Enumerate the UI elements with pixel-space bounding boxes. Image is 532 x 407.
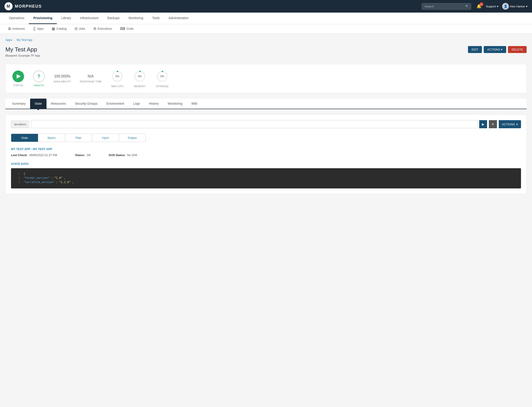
storage-donut: 0%	[156, 70, 169, 83]
health-label: HEALTH	[34, 84, 44, 87]
app-blueprint: Blueprint: Example TF App	[5, 54, 40, 57]
state-tab-content: terraform ▶ ✕ ACTIONS ▾ State Specs Plan…	[5, 115, 527, 194]
status: Status: OK	[75, 153, 91, 157]
code-line-3: 3 "terraform_version" : "1.2.8" ,	[15, 180, 517, 185]
line-num-2: 2	[15, 176, 20, 180]
terraform-input[interactable]	[31, 120, 477, 128]
tab-resources[interactable]: Resources	[47, 99, 70, 109]
search-icon: 🔍	[465, 5, 469, 8]
subnav-instances[interactable]: ⊞ Instances	[5, 24, 29, 33]
app-info: My Test App Blueprint: Example TF App	[5, 46, 40, 57]
availability-value: 100.000%	[54, 74, 70, 78]
nav-actions: 🔔 1 Support ▾ 👤 Alex Harker ▾	[476, 3, 527, 10]
storage-label: STORAGE	[156, 85, 169, 88]
state-sub-tabs: State Specs Plan Input Output	[11, 134, 146, 142]
nav-item-monitoring[interactable]: Monitoring	[124, 13, 148, 24]
terraform-clear-button[interactable]: ✕	[489, 120, 497, 128]
notifications-button[interactable]: 🔔 1	[476, 3, 482, 10]
sub-nav: ⊞ Instances ⣿ Apps ▦ Catalog ⊟ Jobs ⚙ Ex…	[0, 24, 532, 34]
delete-button[interactable]: DELETE	[508, 46, 527, 53]
page-title: My Test App	[5, 46, 40, 53]
app-header: My Test App Blueprint: Example TF App ED…	[5, 46, 527, 57]
breadcrumb-separator: ›	[14, 38, 15, 42]
nav-item-tools[interactable]: Tools	[148, 13, 164, 24]
tabs-bar: Summary State Resources Security Groups …	[5, 99, 527, 109]
avatar: 👤	[502, 3, 509, 10]
sub-tab-input[interactable]: Input	[92, 134, 119, 142]
nav-item-backups[interactable]: Backups	[103, 13, 124, 24]
search-bar: 🔍	[422, 3, 471, 10]
tab-wiki[interactable]: Wiki	[187, 99, 202, 109]
drift-status: Drift Status: No Drift	[109, 153, 137, 157]
memory-label: MEMORY	[134, 85, 146, 88]
nav-item-infrastructure[interactable]: Infrastructure	[76, 13, 103, 24]
app-name: MORPHEUS	[15, 4, 42, 9]
catalog-icon: ▦	[52, 26, 55, 31]
nav-item-operations[interactable]: Operations	[5, 13, 29, 24]
terraform-play-button[interactable]: ▶	[479, 120, 487, 128]
availability-label: AVAILABILITY	[54, 80, 71, 83]
tab-monitoring[interactable]: Monitoring	[163, 99, 187, 109]
instances-icon: ⊞	[8, 26, 11, 31]
tab-summary[interactable]: Summary	[8, 99, 30, 109]
jobs-icon: ⊟	[75, 26, 78, 31]
main-nav: Operations Provisioning Library Infrastr…	[0, 13, 532, 24]
state-data-title: STATE DATA	[11, 162, 521, 165]
tab-history[interactable]: History	[144, 99, 163, 109]
response-time-value: N/A	[88, 74, 94, 78]
search-input[interactable]	[422, 3, 471, 10]
notification-badge: 1	[480, 2, 483, 6]
logo: M MORPHEUS	[5, 2, 42, 10]
code-line-2: 2 "format_version" : "1.0" ,	[15, 176, 517, 180]
line-num-3: 3	[15, 180, 20, 185]
tab-environment[interactable]: Environment	[102, 99, 129, 109]
tab-state[interactable]: State	[30, 99, 47, 109]
terraform-label: terraform	[11, 121, 29, 128]
top-nav: M MORPHEUS 🔍 🔔 1 Support ▾ 👤 Alex Harker…	[0, 0, 532, 13]
line-num-1: 1	[15, 172, 20, 176]
response-time-metric: N/A RESPONSE TIME	[80, 74, 102, 83]
code-line-1: 1 {	[15, 172, 517, 176]
availability-metric: 100.000% AVAILABILITY	[54, 74, 71, 83]
subnav-code[interactable]: ⌨ Code	[116, 24, 137, 33]
user-menu-button[interactable]: 👤 Alex Harker ▾	[502, 3, 527, 10]
tab-security-groups[interactable]: Security Groups	[70, 99, 102, 109]
metrics-row: STATUS ? HEALTH 100.000% AVAILABILITY N/…	[5, 64, 527, 93]
nav-item-provisioning[interactable]: Provisioning	[29, 13, 57, 24]
sub-tab-specs[interactable]: Specs	[38, 134, 65, 142]
code-block: 1 { 2 "format_version" : "1.0" , 3 "terr…	[11, 168, 521, 188]
status-label: STATUS	[13, 84, 23, 87]
breadcrumb-parent[interactable]: Apps	[5, 38, 12, 42]
max-cpu-donut: 0%	[110, 70, 124, 83]
play-icon	[17, 74, 21, 79]
breadcrumb-current: My Test App	[17, 38, 32, 42]
state-section-title: MY TEST APP - MY TEST APP	[11, 147, 521, 151]
sub-tab-plan[interactable]: Plan	[65, 134, 92, 142]
nav-item-administration[interactable]: Administration	[164, 13, 193, 24]
storage-value: 0%	[160, 75, 164, 78]
last-check: Last Check: 09/06/2022 01:27 PM	[11, 153, 57, 157]
status-metric: STATUS	[12, 70, 24, 87]
edit-button[interactable]: EDIT	[468, 46, 482, 53]
header-actions: EDIT ACTIONS ▾ DELETE	[468, 46, 527, 53]
max-cpu-label: MAX CPU	[111, 85, 123, 88]
main-content: Apps › My Test App My Test App Blueprint…	[0, 34, 532, 199]
support-button[interactable]: Support ▾	[486, 5, 499, 8]
state-meta: Last Check: 09/06/2022 01:27 PM Status: …	[11, 153, 521, 157]
tab-logs[interactable]: Logs	[129, 99, 144, 109]
actions-button[interactable]: ACTIONS ▾	[484, 46, 506, 53]
response-time-label: RESPONSE TIME	[80, 80, 102, 83]
terraform-bar: terraform ▶ ✕ ACTIONS ▾	[11, 120, 521, 128]
sub-tab-state[interactable]: State	[11, 134, 38, 142]
terraform-actions-button[interactable]: ACTIONS ▾	[499, 120, 521, 128]
executions-icon: ⚙	[93, 26, 96, 31]
max-cpu-metric: 0% MAX CPU	[110, 70, 124, 88]
subnav-executions[interactable]: ⚙ Executions	[90, 24, 116, 33]
subnav-apps[interactable]: ⣿ Apps	[29, 24, 47, 33]
sub-tab-output[interactable]: Output	[119, 134, 146, 142]
health-metric: ? HEALTH	[33, 70, 45, 87]
storage-metric: 0% STORAGE	[156, 70, 169, 88]
subnav-jobs[interactable]: ⊟ Jobs	[71, 24, 88, 33]
subnav-catalog[interactable]: ▦ Catalog	[48, 24, 70, 33]
nav-item-library[interactable]: Library	[57, 13, 76, 24]
